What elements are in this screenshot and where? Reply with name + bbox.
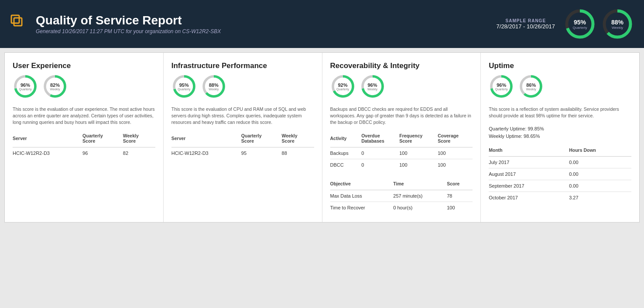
rec-weekly-donut: 96% Weekly <box>360 74 385 99</box>
uptime-th-hours: Hours Down <box>569 146 631 157</box>
rec-desc: Backups and DBCC checks are required for… <box>330 106 473 125</box>
uptime-month: October 2017 <box>489 192 569 203</box>
rec-activity: Backups <box>330 147 362 159</box>
rec-weekly-label: 96% Weekly <box>367 82 377 91</box>
recoverability-section: Recoverability & Integrity 92% Quarterly <box>322 53 481 222</box>
ue-quarterly-donut: 96% Quarterly <box>13 74 38 99</box>
rec-obj-time: 257 minute(s) <box>393 190 447 202</box>
uptime-hours: 3.27 <box>569 192 631 203</box>
sample-range: SAMPLE RANGE 7/28/2017 - 10/26/2017 <box>497 18 555 30</box>
infra-table: Server QuarterlyScore WeeklyScore HCIC-W… <box>171 131 314 159</box>
page-title: Quality of Service Report <box>36 14 221 27</box>
ue-table: Server QuarterlyScore WeeklyScore HCIC-W… <box>13 131 155 159</box>
header-title-block: Quality of Service Report Generated 10/2… <box>36 14 221 34</box>
uptime-hours: 0.00 <box>569 168 631 180</box>
rec-frequency: 100 <box>399 159 438 171</box>
uptime-hours: 0.00 <box>569 180 631 192</box>
rec-obj-name: Max Data Loss <box>330 190 394 202</box>
infra-desc: This score is the evaluation of CPU and … <box>171 106 314 125</box>
ue-weekly-label: 82% Weekly <box>50 82 60 91</box>
table-row: Max Data Loss 257 minute(s) 78 <box>330 190 473 202</box>
page-header: Quality of Service Report Generated 10/2… <box>0 0 644 48</box>
infra-quarterly-label: 95% Quarterly <box>178 82 190 91</box>
sample-range-label: SAMPLE RANGE <box>497 18 555 23</box>
rec-th-coverage: CoverageScore <box>438 131 473 147</box>
infrastructure-section: Infrastructure Performance 95% Quarterly <box>164 53 322 222</box>
ue-desc: This score is the evaluation of user exp… <box>13 106 155 125</box>
uptime-desc: This score is a reflection of system ava… <box>489 106 631 119</box>
uptime-hours: 0.00 <box>569 156 631 168</box>
infra-th-weekly: WeeklyScore <box>282 131 314 147</box>
ue-score-row: 96% Quarterly 82% Weekly <box>13 74 155 99</box>
rec-obj-time: 0 hour(s) <box>393 202 447 214</box>
rec-overdue: 0 <box>361 159 399 171</box>
ue-title: User Experience <box>13 62 155 70</box>
uptime-quarterly-label: 96% Quarterly <box>495 82 508 91</box>
ue-server: HCIC-W12R2-D3 <box>13 147 82 159</box>
rec-obj-score: 78 <box>447 190 473 202</box>
rec-frequency: 100 <box>399 147 438 159</box>
table-row: HCIC-W12R2-D3 96 82 <box>13 147 155 159</box>
rec-th-objective: Objective <box>330 179 394 190</box>
svg-rect-1 <box>14 18 22 26</box>
uptime-th-month: Month <box>489 146 569 157</box>
header-weekly-donut: 88% Weekly <box>601 8 634 40</box>
table-row: DBCC 0 100 100 <box>330 159 473 171</box>
generated-text: Generated 10/26/2017 11:27 PM UTC for yo… <box>36 28 221 34</box>
rec-obj-name: Time to Recover <box>330 202 394 214</box>
rec-title: Recoverability & Integrity <box>330 62 473 70</box>
rec-obj-score: 100 <box>447 202 473 214</box>
ue-quarterly-label: 96% Quarterly <box>19 82 32 91</box>
header-weekly-label: 88% Weekly <box>611 19 623 30</box>
ue-weekly-donut: 82% Weekly <box>42 74 68 99</box>
infra-th-quarterly: QuarterlyScore <box>241 131 282 147</box>
table-row: Backups 0 100 100 <box>330 147 473 159</box>
uptime-stats: Quarterly Uptime: 99.85% Weekly Uptime: … <box>489 125 631 140</box>
uptime-quarterly-donut: 96% Quarterly <box>489 74 514 99</box>
uptime-weekly-label: 86% Weekly <box>526 82 536 91</box>
ue-th-server: Server <box>13 131 82 147</box>
ue-th-quarterly: QuarterlyScore <box>82 131 123 147</box>
header-left: Quality of Service Report Generated 10/2… <box>10 14 221 34</box>
main-content: User Experience 96% Quarterly 82% <box>4 52 640 222</box>
infra-weekly-label: 88% Weekly <box>209 82 219 91</box>
infra-th-server: Server <box>171 131 241 147</box>
rec-score-row: 92% Quarterly 96% Weekly <box>330 74 473 99</box>
svg-rect-0 <box>11 15 19 23</box>
table-row: August 2017 0.00 <box>489 168 631 180</box>
table-row: HCIC-W12R2-D3 95 88 <box>171 147 314 159</box>
rec-coverage: 100 <box>438 147 473 159</box>
header-quarterly-label: 95% Quarterly <box>573 19 587 30</box>
uptime-weekly-donut: 86% Weekly <box>518 74 544 99</box>
table-row: Time to Recover 0 hour(s) 100 <box>330 202 473 214</box>
uptime-table: Month Hours Down July 2017 0.00August 20… <box>489 146 631 203</box>
infra-quarterly-donut: 95% Quarterly <box>171 74 197 99</box>
infra-score-row: 95% Quarterly 88% Weekly <box>171 74 314 99</box>
rec-overdue: 0 <box>361 147 399 159</box>
weekly-uptime-text: Weekly Uptime: 98.65% <box>489 133 631 140</box>
table-row: October 2017 3.27 <box>489 192 631 203</box>
rec-th-activity: Activity <box>330 131 362 147</box>
rec-th-score: Score <box>447 179 473 190</box>
rec-th-overdue: OverdueDatabases <box>361 131 399 147</box>
infra-server: HCIC-W12R2-D3 <box>171 147 241 159</box>
ue-th-weekly: WeeklyScore <box>123 131 155 147</box>
ue-quarterly-score: 96 <box>82 147 123 159</box>
uptime-month: July 2017 <box>489 156 569 168</box>
infra-weekly-score: 88 <box>282 147 314 159</box>
uptime-month: August 2017 <box>489 168 569 180</box>
infra-quarterly-score: 95 <box>241 147 282 159</box>
table-row: September 2017 0.00 <box>489 180 631 192</box>
rec-th-time: Time <box>393 179 447 190</box>
infra-weekly-donut: 88% Weekly <box>201 74 226 99</box>
logo-icon <box>10 14 30 34</box>
quarterly-uptime-text: Quarterly Uptime: 99.85% <box>489 125 631 133</box>
uptime-score-row: 96% Quarterly 86% Weekly <box>489 74 631 99</box>
header-quarterly-donut: 95% Quarterly <box>564 8 596 40</box>
uptime-title: Uptime <box>489 62 631 70</box>
header-score-circles: 95% Quarterly 88% Weekly <box>564 8 634 40</box>
rec-quarterly-donut: 92% Quarterly <box>330 74 356 99</box>
header-right: SAMPLE RANGE 7/28/2017 - 10/26/2017 95% … <box>497 8 634 40</box>
infra-title: Infrastructure Performance <box>171 62 314 70</box>
rec-activity: DBCC <box>330 159 362 171</box>
